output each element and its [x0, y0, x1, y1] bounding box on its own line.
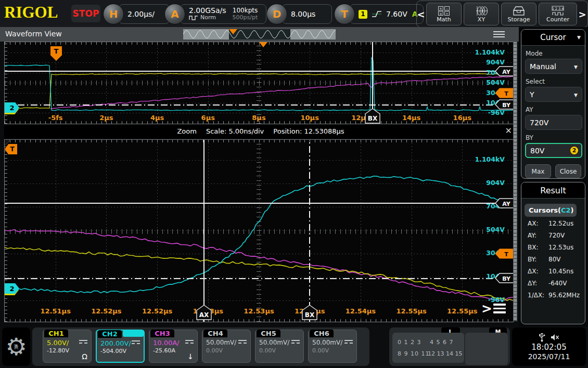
overview-ay-flag[interactable]: AY — [495, 66, 514, 76]
dc-coupling-icon — [79, 340, 87, 344]
zoom-position-label: Position: — [273, 127, 302, 135]
results-menu-icon[interactable]: > — [481, 302, 506, 315]
datetime-box[interactable]: 18:02:05 2025/07/11 — [512, 327, 586, 366]
math-button[interactable]: + - × ÷ Math — [426, 3, 462, 25]
ch2-scale: 200.00V/ — [100, 339, 131, 347]
time-label: 12.52μs — [91, 307, 121, 315]
channel-box-ch2[interactable]: CH2 200.00V/ -504.00V — [96, 330, 145, 363]
channel-box-ch5[interactable]: CH5 50.00mV/ 0.00V — [255, 330, 304, 363]
strip-sine-wave — [183, 29, 336, 40]
zoom-info-bar: Zoom Scale: 5.00ns/div Position: 12.5308… — [4, 124, 517, 138]
horizontal-pill[interactable]: H 2.00μs/ — [103, 4, 170, 24]
zoom-cursor-ay-line[interactable] — [5, 203, 513, 204]
ch4-scale: 50.00mV/ — [206, 339, 236, 346]
select-label: Select — [526, 78, 585, 85]
time-label: 4μs — [150, 114, 164, 122]
ch2-selected-bar — [123, 330, 144, 337]
overview-cursor-ay-line[interactable] — [5, 71, 513, 72]
overview-cursor-by-line[interactable] — [5, 104, 513, 106]
zoom-graticule[interactable]: T 1.104kV 904V 704V 504V 304V 104V -96V … — [4, 139, 514, 322]
by-label: BY — [526, 134, 585, 141]
trace-ch1-yellow — [5, 247, 513, 300]
result-row: ΔY:-640V — [528, 280, 585, 287]
logic-channels-box[interactable]: 0 1 2 3 4 5 6 7 8 9 10 11 12 13 14 15 — [392, 333, 464, 363]
timebase-overview-strip[interactable] — [183, 29, 336, 40]
ch6-scale: 50.00mV/ — [312, 339, 342, 346]
volt-label: 1.104kV — [475, 48, 505, 56]
overview-bx-flag[interactable]: BX — [364, 108, 381, 124]
overview-by-flag[interactable]: BY — [495, 99, 514, 110]
toolbar-group: < + - × ÷ Math — [416, 1, 588, 28]
ch2-tab: CH2 — [98, 330, 122, 338]
time-label: -5fs — [48, 114, 63, 122]
cursor-panel: Cursor▼ Mode Manual▼ Select Y▼ AY 720V B… — [521, 29, 585, 179]
run-state-button[interactable]: STOP — [71, 5, 100, 22]
logic-digits: 8 9 10 11 — [398, 350, 429, 357]
zoom-close-icon[interactable]: ✕ — [505, 126, 512, 136]
zoom-ax-flag[interactable]: AX — [195, 305, 213, 320]
trigger-level: 7.60V — [386, 10, 407, 18]
result-panel-title[interactable]: Result — [521, 182, 585, 199]
time-label: 12.52μs — [142, 307, 172, 315]
overview-channel2-badge[interactable]: 2 — [5, 102, 19, 113]
time-label: 16μs — [453, 114, 471, 122]
counter-icon: 1 2 3 4 — [551, 6, 565, 16]
close-button[interactable]: Close — [555, 164, 581, 178]
counter-button[interactable]: 1 2 3 4 Counter — [539, 3, 577, 25]
overview-trigger-time-flag[interactable]: T — [50, 46, 62, 61]
xy-button[interactable]: XY — [464, 3, 499, 25]
time-label: 12.55μs — [447, 307, 477, 315]
counter-label: Counter — [546, 17, 569, 22]
toolbar-next-chevron[interactable]: > — [578, 9, 586, 20]
ch5-scale: 50.00mV/ — [259, 339, 289, 346]
dc-coupling-icon — [291, 340, 300, 344]
rigol-gear-button[interactable]: ⚙R — [2, 327, 30, 366]
ch2-offset: -504.00V — [100, 348, 126, 354]
channel-box-ch6[interactable]: CH6 50.00mV/ 0.00V — [308, 330, 357, 363]
acquire-pill[interactable]: A 2.00GSa/s Norm 100kpts 500ps/pt — [164, 4, 266, 24]
mute-speaker-icon — [551, 334, 559, 341]
chevron-down-icon: ▼ — [574, 93, 578, 98]
overview-graticule[interactable]: T 1.104kV 904V 704V 504V 304V 104V -96V … — [4, 42, 514, 124]
zoom-ay-flag[interactable]: AY — [495, 198, 514, 208]
zoom-channel2-badge[interactable]: 2 — [5, 283, 19, 294]
svg-text:BY: BY — [502, 102, 511, 109]
overview-trigger-level-flag[interactable]: T — [495, 88, 514, 98]
overview-trigger-time-label: T — [50, 46, 62, 61]
delay-pill[interactable]: D 8.00μs — [266, 4, 332, 24]
volt-label: 1.104kV — [475, 155, 505, 163]
by-input[interactable]: 80V 2 — [525, 143, 582, 158]
top-bar: RIGOL STOP H 2.00μs/ A 2.00GSa/s Norm 10… — [0, 0, 588, 27]
channel-box-ch1[interactable]: CH1 5.00V/ -12.80V Ω — [43, 330, 92, 363]
trigger-pill[interactable]: T 1 7.60V A — [334, 4, 424, 24]
dc-coupling-icon — [132, 340, 140, 344]
svg-text:BX: BX — [368, 115, 378, 122]
ay-input[interactable]: 720V — [525, 115, 582, 130]
storage-button[interactable]: Storage — [501, 3, 536, 25]
zoom-cursor-by-line[interactable] — [5, 278, 513, 279]
time-label: 12.54μs — [346, 307, 376, 315]
waveform-menu-icon[interactable] — [493, 31, 505, 37]
result-row: 1/ΔX:95.62MHz — [528, 292, 585, 299]
zoom-trigger-level-flag[interactable]: T — [495, 248, 514, 259]
zoom-cursor-bx-line[interactable] — [309, 140, 310, 322]
acquire-mode: Norm — [200, 14, 216, 21]
max-button[interactable]: Max — [525, 164, 551, 178]
axis-select[interactable]: Y▼ — [525, 87, 582, 102]
zoom-scale-label: Scale: — [206, 127, 226, 135]
ch4-offset: 0.00V — [206, 347, 223, 354]
square-wave-icon — [189, 15, 198, 20]
zoom-cursor-ax-line[interactable] — [203, 140, 204, 322]
channel-box-ch3[interactable]: CH3 10.00A/ -25.60A ↓ — [149, 330, 198, 363]
toolbar-prev-chevron[interactable]: < — [417, 9, 425, 20]
volt-label: 504V — [486, 226, 505, 233]
mode-select[interactable]: Manual▼ — [525, 59, 582, 74]
overview-trigger-position-marker[interactable] — [259, 42, 267, 47]
time-label: 2μs — [99, 114, 113, 122]
cursor-panel-title[interactable]: Cursor▼ — [521, 30, 585, 46]
zoom-scale-value: 5.00ns/div — [228, 127, 264, 135]
zoom-traces — [5, 140, 513, 322]
channel-box-ch4[interactable]: CH4 50.00mV/ 0.00V — [202, 330, 251, 363]
zoom-by-flag[interactable]: BY — [495, 273, 514, 283]
zoom-bx-flag[interactable]: BX — [301, 305, 318, 320]
